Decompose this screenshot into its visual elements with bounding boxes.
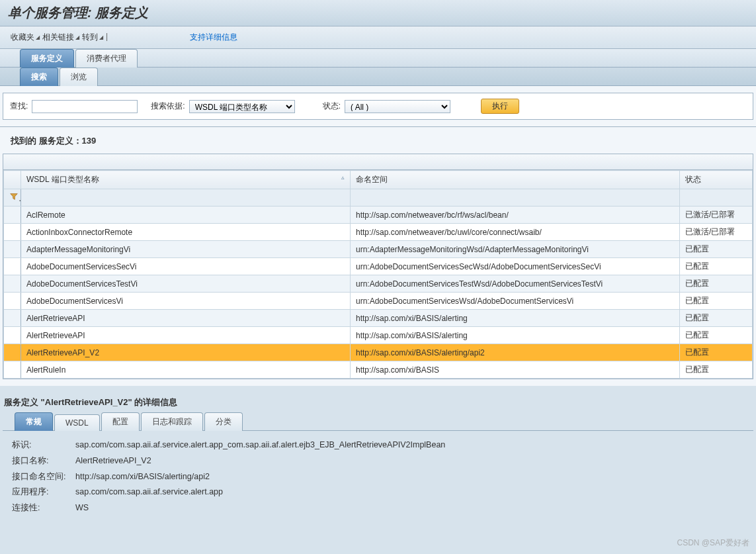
cell-wsdl-port: AlertRetrieveAPI [21,327,351,344]
row-select-cell[interactable] [4,241,21,258]
cell-namespace: http://sap.com/netweaver/bc/uwl/core/con… [351,224,680,241]
detail-tab-strip: 常规 WSDL 配置 日志和跟踪 分类 [3,414,753,431]
cell-wsdl-port: AclRemote [21,207,351,224]
ifname-value: AlertRetrieveAPI_V2 [75,453,151,469]
tab-search[interactable]: 搜索 [20,68,58,86]
cell-wsdl-port: AlertRetrieveAPI [21,310,351,327]
filter-cell-name[interactable] [21,189,351,207]
state-select[interactable]: ( All ) [345,100,450,113]
tab-config[interactable]: 配置 [101,412,140,431]
cell-state: 已激活/已部署 [680,207,753,224]
col-header-namespace[interactable]: 命名空间 [351,171,680,189]
search-by-label: 搜索依据: [151,101,185,112]
tab-class[interactable]: 分类 [204,412,243,431]
table-row[interactable]: AdapterMessageMonitoringViurn:AdapterMes… [4,241,753,258]
find-label: 查找: [10,101,28,112]
cell-namespace: http://sap.com/netweaver/bc/rf/ws/acl/be… [351,207,680,224]
cell-state: 已配置 [680,344,753,361]
table-row[interactable]: AlertRetrieveAPI_V2http://sap.com/xi/BAS… [4,344,753,361]
table-toolbar [3,154,753,170]
cell-wsdl-port: AdobeDocumentServicesTestVi [21,275,351,293]
title-bar: 单个服务管理: 服务定义 [0,0,756,26]
row-select-cell[interactable] [4,344,21,361]
cell-state: 已配置 [680,361,753,379]
details-title: 服务定义 "AlertRetrieveAPI_V2" 的详细信息 [4,396,753,408]
cell-wsdl-port: AdobeDocumentServicesSecVi [21,258,351,275]
row-select-cell[interactable] [4,327,21,344]
filter-icon-cell[interactable] [4,189,21,207]
table-row[interactable]: AlertRuleInhttp://sap.com/xi/BASIS已配置 [4,361,753,379]
menu-separator: | [106,32,108,43]
table-row[interactable]: AclRemotehttp://sap.com/netweaver/bc/rf/… [4,207,753,224]
table-row[interactable]: ActionInboxConnectorRemotehttp://sap.com… [4,224,753,241]
menu-bar: 收藏夹◢ 相关链接◢ 转到◢ | 支持详细信息 [0,26,756,49]
table-row[interactable]: AlertRetrieveAPIhttp://sap.com/xi/BASIS/… [4,327,753,344]
filter-icon [9,192,19,201]
row-select-cell[interactable] [4,224,21,241]
col-header-state[interactable]: 状态 [680,171,753,189]
search-row: 查找: 搜索依据: WSDL 端口类型名称 状态: ( All ) 执行 [3,93,753,120]
tab-consumer-proxy[interactable]: 消费者代理 [75,49,138,68]
cell-namespace: http://sap.com/xi/BASIS/alerting/api2 [351,344,680,361]
col-header-wsdl-port[interactable]: WSDL 端口类型名称▵ [21,171,351,189]
row-select-cell[interactable] [4,361,21,379]
row-select-cell[interactable] [4,207,21,224]
tab-general[interactable]: 常规 [15,412,53,431]
cell-state: 已配置 [680,258,753,275]
filter-cell-state[interactable] [680,189,753,207]
details-area: 服务定义 "AlertRetrieveAPI_V2" 的详细信息 常规 WSDL… [0,386,756,526]
state-label: 状态: [323,101,341,112]
row-select-cell[interactable] [4,310,21,327]
tab-browse[interactable]: 浏览 [60,68,98,86]
cell-wsdl-port: AlertRuleIn [21,361,351,379]
tab-wsdl[interactable]: WSDL [54,414,100,431]
find-input[interactable] [32,100,138,113]
ifns-label: 接口命名空间: [12,469,75,485]
menu-related-links[interactable]: 相关链接◢ [42,32,79,43]
cell-namespace: urn:AdobeDocumentServicesTestWsd/AdobeDo… [351,275,680,293]
results-title: 找到的 服务定义：139 [11,135,753,147]
tab-logs[interactable]: 日志和跟踪 [141,412,203,431]
main-tab-strip: 服务定义 消费者代理 [0,49,756,68]
dropdown-arrow-icon: ◢ [75,34,79,40]
sub-tab-strip: 搜索 浏览 [0,68,756,86]
search-by-select[interactable]: WSDL 端口类型名称 [189,100,295,113]
row-select-cell[interactable] [4,275,21,293]
cell-state: 已配置 [680,327,753,344]
dropdown-arrow-icon: ◢ [36,34,40,40]
cell-wsdl-port: ActionInboxConnectorRemote [21,224,351,241]
execute-button[interactable]: 执行 [481,99,519,114]
filter-cell-ns[interactable] [351,189,680,207]
table-row[interactable]: AlertRetrieveAPIhttp://sap.com/xi/BASIS/… [4,310,753,327]
cell-namespace: http://sap.com/xi/BASIS/alerting [351,310,680,327]
search-panel: 查找: 搜索依据: WSDL 端口类型名称 状态: ( All ) 执行 [0,86,756,127]
row-select-cell[interactable] [4,258,21,275]
results-table-wrap: WSDL 端口类型名称▵ 命名空间 状态 AclRemotehttp://sap… [3,154,753,379]
menu-favorites[interactable]: 收藏夹◢ [11,32,40,43]
menu-goto[interactable]: 转到◢ [82,32,103,43]
dropdown-arrow-icon: ◢ [99,34,103,40]
table-row[interactable]: AdobeDocumentServicesViurn:AdobeDocument… [4,293,753,310]
results-table: WSDL 端口类型名称▵ 命名空间 状态 AclRemotehttp://sap… [3,170,753,379]
sort-asc-icon: ▵ [341,174,345,181]
row-select-cell[interactable] [4,293,21,310]
conn-label: 连接性: [12,500,75,516]
cell-state: 已配置 [680,293,753,310]
cell-namespace: urn:AdapterMessageMonitoringWsd/AdapterM… [351,241,680,258]
table-row[interactable]: AdobeDocumentServicesSecViurn:AdobeDocum… [4,258,753,275]
filter-row [4,189,753,207]
app-label: 应用程序: [12,485,75,500]
cell-namespace: http://sap.com/xi/BASIS/alerting [351,327,680,344]
id-label: 标识: [12,438,75,453]
results-area: 找到的 服务定义：139 WSDL 端口类型名称▵ 命名空间 状态 [0,127,756,386]
cell-namespace: http://sap.com/xi/BASIS [351,361,680,379]
ifname-label: 接口名称: [12,453,75,469]
cell-state: 已配置 [680,241,753,258]
detail-fields: 标识:sap.com/com.sap.aii.af.service.alert.… [3,431,753,523]
tab-service-definition[interactable]: 服务定义 [20,49,74,68]
menu-support-detail[interactable]: 支持详细信息 [190,32,237,43]
table-row[interactable]: AdobeDocumentServicesTestViurn:AdobeDocu… [4,275,753,293]
cell-namespace: urn:AdobeDocumentServicesSecWsd/AdobeDoc… [351,258,680,275]
ifns-value: http://sap.com/xi/BASIS/alerting/api2 [75,469,210,485]
conn-value: WS [75,500,89,516]
